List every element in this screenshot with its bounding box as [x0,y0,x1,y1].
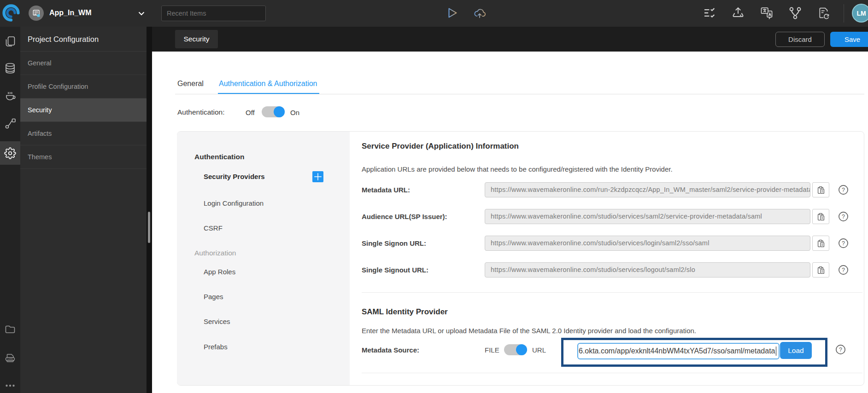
discard-button[interactable]: Discard [775,32,825,47]
plus-icon [313,172,323,182]
bottom-divider [362,373,862,373]
file-option-label: FILE [485,346,499,354]
saml-idp-description: Enter the Metadata URL or upload Metadat… [362,327,696,335]
idp-metadata-url-text: 6.okta.com/app/exknlt44nbWM4txYA5d7/sso/… [579,347,775,355]
save-button[interactable]: Save [830,32,868,47]
tab-authentication-authorization[interactable]: Authentication & Authorization [219,80,317,88]
help-metadata-source-icon[interactable]: ? [835,344,846,355]
nav-heading-authentication: Authentication [194,153,245,161]
copy-sso-url-button[interactable] [812,236,829,251]
topbar-divider [844,4,844,23]
svg-text:?: ? [842,187,845,193]
sidebar-item-artifacts[interactable]: Artifacts [20,122,147,145]
sidebar-title: Project Configuration [20,27,147,52]
svg-text:?: ? [842,240,845,247]
section-divider [362,292,862,293]
preview-play-icon[interactable] [445,6,458,20]
cloud-upload-icon[interactable] [473,6,487,20]
audience-url-value[interactable]: https://www.wavemakeronline.com/studio/s… [485,209,810,224]
version-control-icon[interactable] [788,6,802,20]
translate-icon[interactable] [760,6,774,20]
audience-url-label: Audience URL(SP Issuer): [362,213,447,220]
add-provider-button[interactable] [312,171,323,182]
metadata-url-label: Metadata URL: [362,186,410,194]
wavemaker-logo-icon[interactable] [2,4,20,22]
sidebar-item-security[interactable]: Security [20,98,147,122]
chevron-down-icon[interactable] [138,12,145,16]
copy-icon [816,212,826,222]
user-avatar[interactable]: LM [852,4,868,23]
copy-icon [816,265,826,275]
nav-item-login-configuration[interactable]: Login Configuration [204,199,264,207]
top-bar: App_In_WM [0,0,868,27]
page-header-strip [152,27,868,52]
load-button[interactable]: Load [780,342,812,359]
security-panel-nav [177,132,350,385]
idp-metadata-url-input[interactable]: 6.okta.com/app/exknlt44nbWM4txYA5d7/sso/… [577,343,780,359]
toggle-knob [516,344,527,355]
nav-item-pages[interactable]: Pages [204,293,223,301]
help-audience-url-icon[interactable]: ? [838,211,849,222]
copy-audience-url-button[interactable] [812,209,829,224]
copy-slo-url-button[interactable] [812,262,829,277]
app-title: App_In_WM [49,9,92,17]
checklist-icon[interactable] [703,6,716,20]
metadata-source-label: Metadata Source: [362,346,419,354]
help-slo-url-icon[interactable]: ? [838,265,849,275]
svg-text:LOG: LOG [7,358,13,360]
folder-icon[interactable] [4,323,16,335]
metadata-source-toggle[interactable] [504,344,527,355]
file-sync-icon[interactable] [817,6,831,20]
project-icon [31,8,42,19]
icon-rail: LOG [0,27,20,393]
copy-metadata-url-button[interactable] [812,182,829,197]
svg-text:?: ? [842,214,845,220]
help-sso-url-icon[interactable]: ? [838,238,849,249]
nav-item-app-roles[interactable]: App Roles [204,268,235,276]
nav-item-csrf[interactable]: CSRF [204,224,223,232]
slo-url-value[interactable]: https://www.wavemakeronline.com/studio/s… [485,262,810,277]
pages-icon[interactable] [4,35,16,47]
recent-items-input[interactable] [161,6,266,21]
sidebar-item-general[interactable]: General [20,52,147,75]
help-metadata-url-icon[interactable]: ? [838,185,849,195]
nav-item-services[interactable]: Services [204,318,230,325]
url-option-label: URL [532,346,546,354]
sp-info-title: Service Provider (Application) Informati… [362,142,519,151]
java-services-icon[interactable] [4,89,16,101]
authentication-label: Authentication: [177,108,225,116]
sp-info-description: Application URLs are provided below that… [362,165,673,173]
scrollbar-thumb[interactable] [148,212,150,243]
deploy-icon[interactable] [731,6,745,20]
more-options-icon[interactable] [4,380,16,392]
settings-gear-icon[interactable] [4,147,16,159]
sidebar-item-themes[interactable]: Themes [20,145,147,169]
sso-url-value[interactable]: https://www.wavemakeronline.com/studio/s… [485,236,810,251]
copy-icon [816,185,826,195]
log-icon[interactable]: LOG [4,352,16,364]
tab-divider-line [175,94,864,94]
text-cursor [776,347,777,356]
database-icon[interactable] [4,62,16,74]
nav-heading-authorization: Authorization [194,249,236,257]
scroll-gutter [147,27,152,393]
sidebar-item-profile-configuration[interactable]: Profile Configuration [20,75,147,98]
apis-icon[interactable] [4,117,16,129]
svg-text:?: ? [842,267,845,273]
authentication-toggle[interactable] [262,106,285,117]
toggle-knob [274,106,285,117]
sso-url-label: Single Signon URL: [362,239,426,247]
saml-idp-title: SAML Identity Provider [362,307,448,317]
svg-text:?: ? [839,347,842,353]
slo-url-label: Single Signout URL: [362,266,428,274]
nav-item-security-providers[interactable]: Security Providers [204,173,265,180]
tab-general[interactable]: General [177,80,204,88]
toggle-off-label: Off [246,109,255,116]
toggle-on-label: On [290,109,299,116]
settings-sidebar: Project Configuration General Profile Co… [20,27,147,393]
page-title-chip: Security [175,30,218,48]
metadata-url-value[interactable]: https://www.wavemakeronline.com/run-2kzd… [485,182,810,197]
nav-item-prefabs[interactable]: Prefabs [204,343,228,351]
copy-icon [816,238,826,249]
project-avatar[interactable] [29,6,44,21]
